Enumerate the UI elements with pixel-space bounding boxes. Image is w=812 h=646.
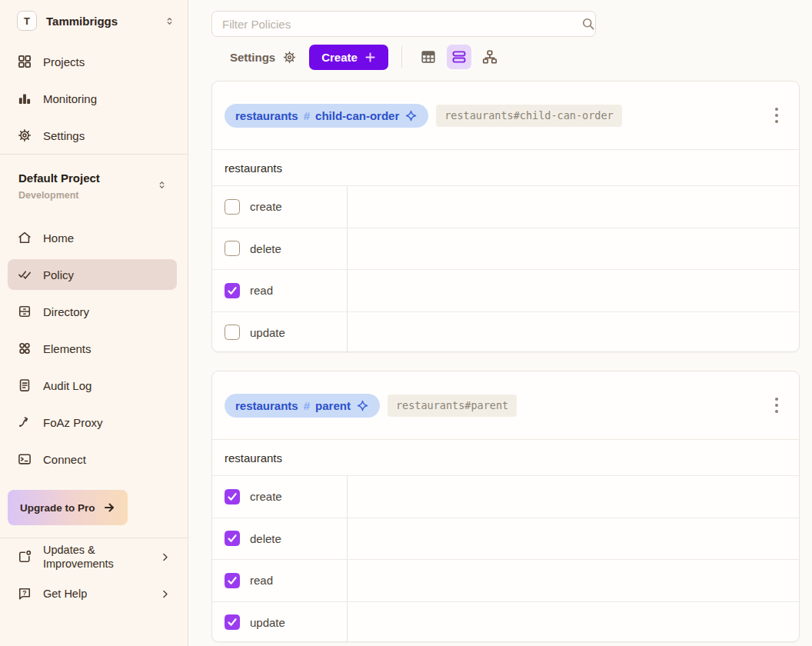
sidebar-item-projects[interactable]: Projects [0,43,188,80]
sidebar-item-monitoring[interactable]: Monitoring [0,80,188,117]
policy-card-header: restaurants#child-can-order restaurants#… [212,82,799,149]
sidebar-item-directory[interactable]: Directory [0,293,188,330]
upgrade-to-pro-button[interactable]: Upgrade to Pro [8,490,128,525]
permission-row: read [212,559,799,601]
permission-cell: update [212,312,348,354]
policy-card: restaurants#child-can-order restaurants#… [211,81,800,352]
badge-separator: # [304,109,310,122]
sidebar-item-label: Directory [43,305,89,318]
avatar: T [17,11,37,31]
kebab-menu-icon[interactable] [770,105,784,125]
permission-row: delete [212,518,799,560]
chevron-right-icon [159,588,171,600]
permission-checkbox[interactable] [225,199,240,215]
sidebar-item-label: Elements [43,342,92,355]
create-label: Create [321,51,358,64]
permission-cell: delete [212,518,348,560]
resource-name: restaurants [225,451,282,465]
project-switcher[interactable]: Default Project Development [0,155,188,219]
policy-card: restaurants#parent restaurants#parent re… [211,371,800,642]
gear-icon[interactable] [282,50,297,65]
permission-row: read [212,269,799,311]
permission-label: read [250,574,273,587]
sidebar-item-label: Monitoring [43,92,97,105]
sidebar-item-elements[interactable]: Elements [0,330,188,367]
plus-icon [364,52,376,63]
permission-row: update [212,311,799,354]
org-nav: Projects Monitoring Settings [0,43,188,154]
sidebar-item-audit-log[interactable]: Audit Log [0,367,188,404]
sidebar-item-foaz-proxy[interactable]: FoAz Proxy [0,404,188,441]
policy-editor-main: Settings Create [189,0,812,646]
role-badge[interactable]: restaurants#child-can-order [225,104,428,128]
sidebar-item-get-help[interactable]: ? Get Help [0,575,188,612]
sidebar: T Tammibriggs Projects Monitoring Settin… [0,0,188,646]
cabinet-icon [17,304,32,319]
circles-grid-icon [17,341,32,356]
double-check-icon [17,267,32,282]
permission-checkbox[interactable] [225,614,240,630]
account-switcher[interactable]: T Tammibriggs [0,0,188,35]
table-view-icon [420,48,437,65]
permission-row-spacer [348,312,799,354]
permission-row: update [212,601,799,644]
sidebar-item-connect[interactable]: Connect [0,441,188,478]
environment-name: Development [18,190,175,201]
permission-label: delete [250,532,281,545]
sparkle-icon [356,399,369,412]
graph-view-button[interactable] [478,45,502,69]
permission-checkbox[interactable] [225,489,240,504]
sidebar-item-label: Audit Log [43,379,92,392]
policy-key-tag: restaurants#parent [388,395,517,417]
permission-row-spacer [348,228,799,270]
sidebar-item-policy[interactable]: Policy [8,259,177,290]
badge-resource: restaurants [235,109,298,122]
permission-checkbox[interactable] [225,283,240,298]
sidebar-item-label: Connect [43,453,86,466]
permission-label: create [250,490,282,503]
badge-resource: restaurants [235,399,298,412]
document-icon [17,378,32,393]
bar-chart-icon [17,91,32,106]
terminal-icon [17,451,32,467]
project-nav: Home Policy Directory Elements Audit Log [0,219,188,478]
permission-row: create [212,185,799,228]
badge-role: parent [315,399,351,412]
permission-checkbox[interactable] [225,531,240,546]
permission-row-spacer [348,602,799,644]
permission-row: delete [212,228,799,270]
sidebar-item-settings[interactable]: Settings [0,117,188,154]
permission-checkbox[interactable] [225,573,240,588]
unfold-chevron-icon [156,179,168,191]
create-policy-button[interactable]: Create [309,45,388,70]
sidebar-item-label: Policy [43,268,74,281]
rows-view-button[interactable] [447,45,471,69]
permission-checkbox[interactable] [225,241,240,256]
permission-cell: read [212,270,348,311]
permission-row-spacer [348,560,799,601]
permission-cell: create [212,186,348,228]
resource-header: restaurants [212,439,799,475]
table-view-button[interactable] [416,45,441,69]
filter-policies-input[interactable] [211,11,596,37]
permission-label: read [250,284,273,297]
project-name: Default Project [18,171,175,185]
permission-checkbox[interactable] [225,325,240,340]
sidebar-item-label: FoAz Proxy [43,416,103,429]
permission-cell: create [212,476,348,518]
kebab-menu-icon[interactable] [770,395,784,415]
org-chart-icon [481,48,498,65]
sidebar-item-label: Settings [43,129,85,142]
sidebar-item-home[interactable]: Home [0,219,188,256]
sidebar-item-label: Home [43,231,74,245]
help-bubble-icon: ? [17,586,32,601]
sidebar-item-updates[interactable]: Updates & Improvements [0,538,188,575]
sidebar-item-label: Updates & Improvements [43,543,134,571]
role-badge[interactable]: restaurants#parent [225,394,380,418]
permission-cell: update [212,602,348,644]
policy-settings-label: Settings [230,51,275,64]
resource-name: restaurants [225,162,282,175]
home-icon [17,230,32,245]
permission-row-spacer [348,476,799,518]
policy-toolbar: Settings Create [230,44,502,70]
